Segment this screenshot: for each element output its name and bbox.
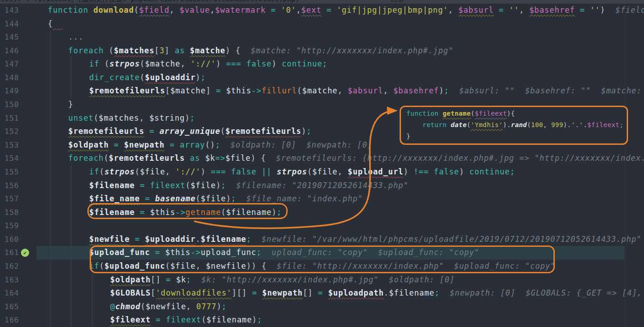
code-token: '://'	[191, 59, 216, 68]
line-number[interactable]: 155	[5, 165, 19, 179]
code-line-159[interactable]: 159	[0, 219, 644, 233]
code-line-146[interactable]: 146foreach ($matches[3] as $matche) { $m…	[0, 44, 644, 58]
code-token: strpos	[110, 59, 140, 68]
code-token: 'gif|jpg|jpeg|bmp|png'	[337, 5, 448, 15]
code-line-165[interactable]: 165@chmod($newfile, 0777);	[0, 300, 644, 314]
code-line-147[interactable]: 147if (strpos($matche, '://') === false)…	[0, 57, 644, 71]
code-token	[185, 153, 190, 163]
code-text: if (strpos($matche, '://') === false) co…	[89, 57, 327, 71]
code-line-145[interactable]: 145...	[0, 31, 644, 44]
code-token: $filename	[226, 208, 272, 217]
line-number[interactable]: 165	[5, 300, 19, 314]
code-token: upload_func	[201, 248, 256, 257]
indent-guide	[71, 233, 71, 246]
code-line-155[interactable]: 155if(strpos($file, '://') === false || …	[0, 165, 644, 179]
code-token: ;	[277, 208, 282, 217]
indent-guide	[51, 152, 51, 165]
code-token: $watermark	[215, 5, 266, 15]
code-token: chmod	[115, 302, 141, 311]
code-token: (	[297, 86, 302, 95]
code-token: =	[575, 5, 590, 15]
code-text: $filename = $this->getname($filename);	[89, 206, 282, 220]
line-number[interactable]: 162	[5, 260, 19, 273]
code-line-164[interactable]: 164$GLOBALS['downloadfiles'][] = $newpat…	[0, 286, 644, 300]
code-token: =	[216, 86, 226, 95]
code-line-154[interactable]: 154foreach($remotefileurls as $k=>$file)…	[0, 152, 644, 165]
line-number[interactable]: 152	[5, 125, 19, 138]
line-number[interactable]: 143	[5, 4, 19, 17]
line-number[interactable]: 153	[5, 138, 19, 152]
line-number[interactable]: 157	[5, 192, 19, 206]
code-line-148[interactable]: 148dir_create($uploaddir);	[0, 71, 644, 85]
line-number[interactable]: 150	[5, 98, 19, 112]
code-line-163[interactable]: 163$oldpath[] = $k; $k: "http://xxxxxxx/…	[0, 273, 644, 287]
line-number[interactable]: 151	[5, 112, 19, 125]
line-number[interactable]: 158	[5, 206, 19, 220]
code-token: (	[140, 73, 145, 82]
code-token: =	[266, 5, 281, 15]
code-token: ;	[435, 288, 445, 297]
code-line-160[interactable]: 160$newfile = $uploaddir.$filename; $new…	[0, 233, 644, 246]
code-token: ;	[257, 315, 262, 324]
indent-guide	[51, 71, 51, 85]
line-number[interactable]: 144	[5, 17, 19, 31]
code-line-150[interactable]: 150}	[0, 98, 644, 112]
code-token: =	[165, 140, 180, 149]
code-token: getname	[186, 208, 221, 217]
indent-guide	[71, 165, 71, 179]
code-token: $k: "http://xxxxxxx/index.php#.jpg" $old…	[196, 275, 455, 284]
code-text: $GLOBALS['downloadfiles'][] = $newpath[]…	[110, 286, 644, 300]
code-token: =	[166, 275, 176, 284]
code-token: ->	[175, 208, 185, 217]
line-number[interactable]: 166	[5, 313, 19, 327]
code-token: fileext	[166, 315, 202, 324]
code-token: )	[301, 127, 306, 136]
line-number[interactable]: 163	[5, 273, 19, 287]
code-token: ,	[169, 5, 179, 15]
line-number[interactable]: 159	[5, 219, 19, 233]
code-line-151[interactable]: 151unset($matches, $string);	[0, 112, 644, 125]
code-line-144[interactable]: 144{	[0, 17, 644, 31]
code-token: array	[180, 140, 205, 149]
cropped-header-text: 999).'.'.$fileext。(漏洞文件位置: phpcms/libs/c…	[1, 0, 299, 4]
indent-guide	[51, 206, 51, 220]
code-token: $uploaddir	[145, 73, 196, 82]
line-number[interactable]: 149	[5, 84, 19, 98]
code-token: ,	[180, 59, 190, 68]
code-line-156[interactable]: 156$filename = fileext($file); $filename…	[0, 179, 644, 193]
code-line-162[interactable]: 162if($upload_func($file, $newfile)) { $…	[0, 260, 644, 273]
code-token: function	[48, 5, 93, 15]
code-token: =>	[215, 153, 225, 163]
code-line-149[interactable]: 149$remotefileurls[$matche] = $this->fil…	[0, 84, 644, 98]
code-line-152[interactable]: 152$remotefileurls = array_unique($remot…	[0, 125, 644, 138]
line-number[interactable]: 161	[5, 246, 19, 260]
line-number[interactable]: 148	[5, 71, 19, 85]
code-line-166[interactable]: 166$fileext = fileext($filename);	[0, 313, 644, 327]
code-line-158[interactable]: 158$filename = $this->getname($filename)…	[0, 206, 644, 220]
indent-guide	[51, 179, 51, 193]
line-number[interactable]: 154	[5, 152, 19, 165]
code-token: {	[48, 19, 53, 28]
code-line-143[interactable]: 143function download($field, $value,$wat…	[0, 4, 644, 17]
line-number[interactable]: 146	[5, 44, 19, 58]
code-line-153[interactable]: 153$oldpath = $newpath = array(); $oldpa…	[0, 138, 644, 152]
breakpoint-valid-check-icon[interactable]: ✔	[21, 249, 29, 257]
indent-guide	[51, 125, 51, 138]
code-token: ;	[444, 86, 454, 95]
line-number[interactable]: 145	[5, 31, 19, 44]
code-line-157[interactable]: 157$file_name = basename($file); $file_n…	[0, 192, 644, 206]
cropped-header-directory-label: 目录	[390, 0, 404, 4]
code-token: $file	[170, 261, 196, 271]
code-token: as	[175, 46, 190, 55]
line-number[interactable]: 160	[5, 233, 19, 246]
code-token: $newfile	[89, 235, 130, 244]
code-token: $this	[150, 208, 176, 217]
line-number[interactable]: 156	[5, 179, 19, 193]
code-token: ;	[190, 113, 195, 123]
code-token: $uploadpath	[328, 288, 384, 297]
code-line-161[interactable]: 161✔$upload_func = $this->upload_func; u…	[0, 246, 644, 260]
line-number[interactable]: 147	[5, 57, 19, 71]
indent-guide	[71, 286, 71, 300]
code-token: $value	[180, 5, 210, 15]
line-number[interactable]: 164	[5, 286, 19, 300]
